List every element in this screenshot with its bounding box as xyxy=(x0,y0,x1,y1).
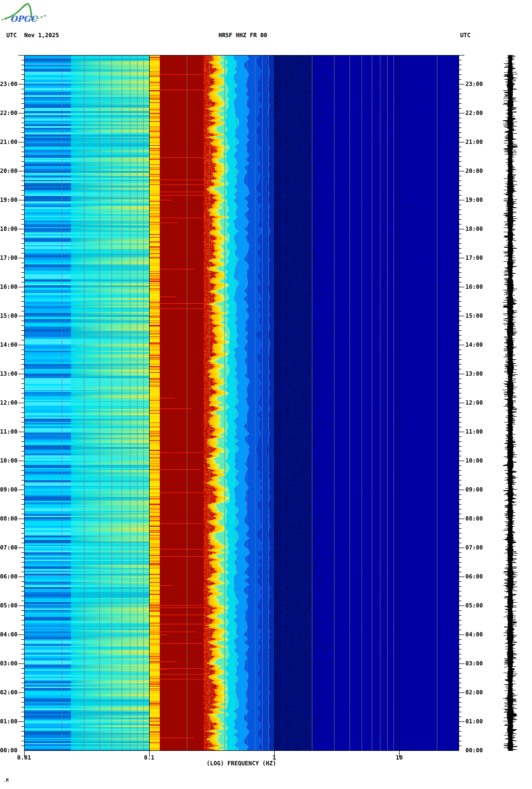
hour-label-left: 20:00 xyxy=(0,168,17,174)
hour-label-left: 22:00 xyxy=(0,110,17,116)
hour-label-left: 09:00 xyxy=(0,487,17,493)
hour-label-left: 10:00 xyxy=(0,458,17,464)
hour-label-right: 11:00 xyxy=(465,429,488,435)
hour-label-right: 17:00 xyxy=(465,255,488,261)
hour-label-right: 03:00 xyxy=(465,661,488,666)
hour-label-right: 07:00 xyxy=(465,545,488,550)
hour-label-right: 19:00 xyxy=(465,197,488,203)
hour-label-left: 14:00 xyxy=(0,342,17,348)
hour-label-right: 02:00 xyxy=(465,690,488,695)
hour-label-right: 20:00 xyxy=(465,168,488,174)
hour-label-right: 04:00 xyxy=(465,632,488,637)
hour-label-left: 23:00 xyxy=(0,81,17,87)
hour-label-right: 21:00 xyxy=(465,139,488,145)
hour-label-left: 12:00 xyxy=(0,400,17,406)
hour-label-left: 15:00 xyxy=(0,313,17,319)
hour-label-right: 12:00 xyxy=(465,400,488,406)
hour-label-left: 04:00 xyxy=(0,632,17,637)
x-tick-label: 10 xyxy=(396,754,403,761)
hour-label-right: 01:00 xyxy=(465,719,488,724)
hour-label-right: 13:00 xyxy=(465,371,488,377)
hour-label-left: 01:00 xyxy=(0,719,17,724)
hour-label-left: 19:00 xyxy=(0,197,17,203)
hour-label-right: 23:00 xyxy=(465,81,488,87)
x-tick-label: 0.01 xyxy=(17,754,31,761)
hour-label-right: 00:00 xyxy=(465,747,488,753)
hour-label-left: 13:00 xyxy=(0,371,17,377)
spectrogram-page: OPGC UTC Nov 1,2025 HRSF HHZ FR 00 UTC 2… xyxy=(0,0,532,789)
hour-label-right: 22:00 xyxy=(465,110,488,116)
hour-label-left: 17:00 xyxy=(0,255,17,261)
hour-label-right: 05:00 xyxy=(465,603,488,608)
hour-label-right: 08:00 xyxy=(465,516,488,521)
x-tick-label: 0.1 xyxy=(144,754,154,761)
hour-label-right: 16:00 xyxy=(465,284,488,290)
hour-label-left: 02:00 xyxy=(0,690,17,695)
x-axis-title: (LOG) FREQUENCY (HZ) xyxy=(207,760,277,767)
hour-label-left: 03:00 xyxy=(0,661,17,666)
hour-label-right: 14:00 xyxy=(465,342,488,348)
hour-label-left: 00:00 xyxy=(0,747,17,753)
hour-label-left: 06:00 xyxy=(0,574,17,579)
hour-label-right: 15:00 xyxy=(465,313,488,319)
hour-label-left: 21:00 xyxy=(0,139,17,145)
hour-label-left: 05:00 xyxy=(0,603,17,608)
hour-label-right: 18:00 xyxy=(465,226,488,232)
hour-label-left: 18:00 xyxy=(0,226,17,232)
hour-label-left: 07:00 xyxy=(0,545,17,550)
spectrogram-canvas xyxy=(0,0,532,789)
hour-label-left: 08:00 xyxy=(0,516,17,521)
hour-label-right: 10:00 xyxy=(465,458,488,464)
hour-label-right: 09:00 xyxy=(465,487,488,493)
hour-label-left: 11:00 xyxy=(0,429,17,435)
hour-label-right: 06:00 xyxy=(465,574,488,579)
hour-label-left: 16:00 xyxy=(0,284,17,290)
corner-mark: .M xyxy=(4,778,9,783)
